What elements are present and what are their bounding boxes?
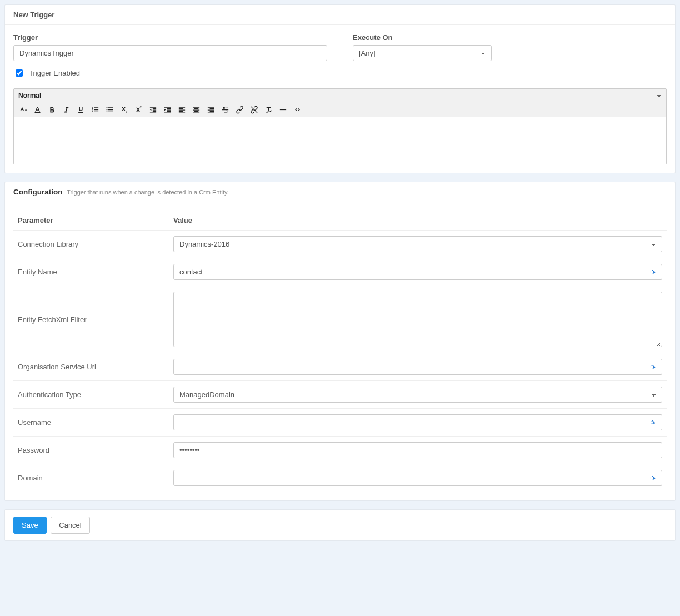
trigger-enabled-checkbox[interactable] bbox=[16, 69, 23, 77]
italic-icon[interactable] bbox=[61, 104, 72, 115]
align-right-icon[interactable] bbox=[205, 104, 216, 115]
svg-text:2: 2 bbox=[140, 106, 142, 109]
param-label: Authentication Type bbox=[13, 381, 169, 409]
param-label: Domain bbox=[13, 464, 169, 492]
indent-increase-icon[interactable] bbox=[162, 104, 173, 115]
font-size-icon[interactable] bbox=[17, 104, 28, 115]
description-editor: Normal 2 2 bbox=[13, 88, 667, 164]
subscript-icon[interactable]: 2 bbox=[118, 104, 129, 115]
table-row: Password bbox=[13, 437, 667, 464]
new-trigger-panel: New Trigger Trigger Trigger Enabled Exec… bbox=[4, 4, 676, 173]
gear-icon[interactable] bbox=[642, 470, 662, 486]
trigger-label: Trigger bbox=[13, 33, 327, 42]
config-description: Trigger that runs when a change is detec… bbox=[67, 189, 229, 196]
parameters-table: Parameter Value Connection Library Dynam… bbox=[13, 211, 667, 492]
strikethrough-icon[interactable] bbox=[219, 104, 231, 115]
param-label: Entity FetchXml Filter bbox=[13, 286, 169, 353]
footer-panel: Save Cancel bbox=[4, 509, 676, 541]
gear-icon[interactable] bbox=[642, 264, 662, 280]
editor-body[interactable] bbox=[14, 117, 666, 164]
password-input[interactable] bbox=[173, 442, 662, 458]
horizontal-rule-icon[interactable] bbox=[277, 104, 288, 115]
bold-icon[interactable] bbox=[46, 104, 57, 115]
unlink-icon[interactable] bbox=[248, 104, 259, 115]
trigger-name-input[interactable] bbox=[13, 45, 327, 61]
param-label: Entity Name bbox=[13, 258, 169, 286]
execute-on-select[interactable]: [Any] bbox=[353, 45, 492, 61]
org-service-url-input[interactable] bbox=[173, 359, 642, 375]
connection-library-select[interactable]: Dynamics-2016 bbox=[173, 236, 662, 252]
svg-point-1 bbox=[106, 107, 107, 108]
configuration-panel: Configuration Trigger that runs when a c… bbox=[4, 182, 676, 501]
indent-decrease-icon[interactable] bbox=[147, 104, 158, 115]
svg-text:2: 2 bbox=[126, 110, 127, 113]
panel-title: New Trigger bbox=[5, 5, 675, 25]
entity-name-input[interactable] bbox=[173, 264, 642, 280]
underline-icon[interactable] bbox=[75, 104, 86, 115]
svg-point-2 bbox=[106, 109, 107, 110]
cancel-button[interactable]: Cancel bbox=[51, 517, 89, 534]
font-color-icon[interactable] bbox=[32, 104, 43, 115]
param-label: Organisation Service Url bbox=[13, 353, 169, 381]
svg-rect-0 bbox=[34, 112, 40, 113]
gear-icon[interactable] bbox=[642, 414, 662, 430]
param-label: Username bbox=[13, 409, 169, 437]
table-row: Entity FetchXml Filter bbox=[13, 286, 667, 353]
format-select[interactable]: Normal bbox=[17, 91, 663, 101]
table-row: Username bbox=[13, 409, 667, 437]
table-row: Domain bbox=[13, 464, 667, 492]
superscript-icon[interactable]: 2 bbox=[133, 104, 144, 115]
gear-icon[interactable] bbox=[642, 359, 662, 375]
col-value: Value bbox=[169, 211, 667, 231]
svg-rect-6 bbox=[279, 109, 286, 109]
trigger-enabled-label: Trigger Enabled bbox=[29, 69, 80, 77]
col-parameter: Parameter bbox=[13, 211, 169, 231]
username-input[interactable] bbox=[173, 414, 642, 430]
domain-input[interactable] bbox=[173, 470, 642, 486]
param-label: Password bbox=[13, 437, 169, 464]
auth-type-select[interactable]: ManagedDomain bbox=[173, 387, 662, 403]
align-left-icon[interactable] bbox=[176, 104, 187, 115]
unordered-list-icon[interactable] bbox=[104, 104, 115, 115]
table-row: Organisation Service Url bbox=[13, 353, 667, 381]
editor-toolbar: Normal 2 2 bbox=[14, 89, 666, 117]
table-row: Connection Library Dynamics-2016 bbox=[13, 231, 667, 258]
execute-on-label: Execute On bbox=[353, 33, 667, 42]
table-row: Entity Name bbox=[13, 258, 667, 286]
align-center-icon[interactable] bbox=[191, 104, 202, 115]
entity-fetchxml-textarea[interactable] bbox=[173, 292, 662, 347]
table-row: Authentication Type ManagedDomain bbox=[13, 381, 667, 409]
config-title: Configuration bbox=[13, 188, 62, 196]
clear-format-icon[interactable] bbox=[263, 104, 274, 115]
param-label: Connection Library bbox=[13, 231, 169, 258]
code-icon[interactable] bbox=[292, 104, 303, 115]
save-button[interactable]: Save bbox=[13, 517, 47, 534]
link-icon[interactable] bbox=[234, 104, 245, 115]
svg-point-3 bbox=[106, 111, 107, 112]
ordered-list-icon[interactable] bbox=[89, 104, 101, 115]
